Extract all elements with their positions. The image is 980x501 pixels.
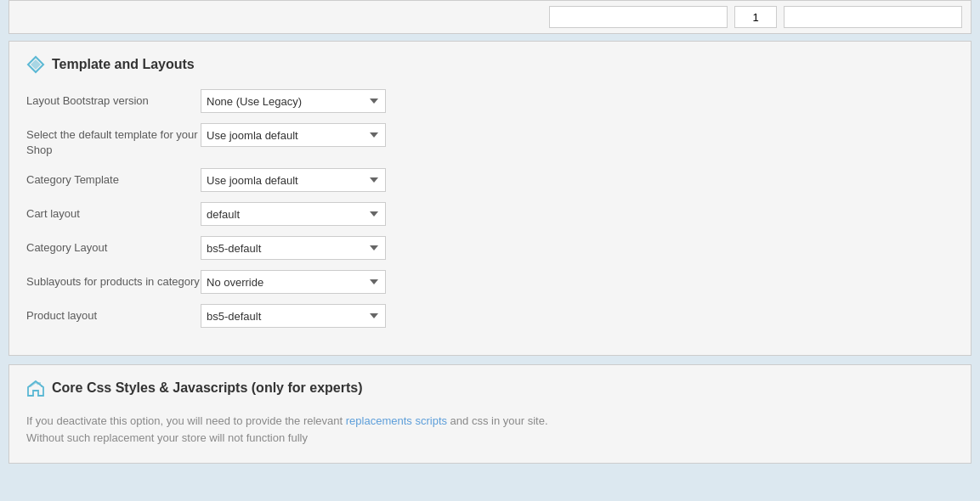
field-sublayouts: Sublayouts for products in category No o… bbox=[26, 270, 954, 294]
template-layouts-section: Template and Layouts Layout Bootstrap ve… bbox=[8, 41, 972, 356]
top-bar-search-input[interactable] bbox=[549, 6, 728, 28]
top-bar-page-input[interactable] bbox=[734, 6, 777, 28]
control-category-layout: bs5-default default bbox=[201, 236, 954, 260]
field-category-template: Category Template Use joomla default Cus… bbox=[26, 168, 954, 192]
label-category-template: Category Template bbox=[26, 168, 201, 188]
select-cart-layout[interactable]: default bs5-default bbox=[201, 202, 386, 226]
template-section-title: Template and Layouts bbox=[52, 57, 195, 72]
field-cart-layout: Cart layout default bs5-default bbox=[26, 202, 954, 226]
label-cart-layout: Cart layout bbox=[26, 202, 201, 222]
page-wrapper: Template and Layouts Layout Bootstrap ve… bbox=[0, 0, 980, 464]
label-product-layout: Product layout bbox=[26, 304, 201, 324]
control-default-template: Use joomla default Custom bbox=[201, 123, 954, 147]
core-css-description: If you deactivate this option, you will … bbox=[26, 413, 954, 446]
field-bootstrap-version: Layout Bootstrap version None (Use Legac… bbox=[26, 89, 954, 113]
svg-marker-2 bbox=[28, 381, 43, 396]
select-sublayouts[interactable]: No override default bs5-default bbox=[201, 270, 386, 294]
desc-link[interactable]: replacements scripts bbox=[346, 414, 447, 427]
top-bar bbox=[8, 0, 972, 34]
select-default-template[interactable]: Use joomla default Custom bbox=[201, 123, 386, 147]
label-sublayouts: Sublayouts for products in category bbox=[26, 270, 201, 290]
label-bootstrap-version: Layout Bootstrap version bbox=[26, 89, 201, 109]
desc-line-2: Without such replacement your store will… bbox=[26, 431, 308, 444]
house-icon bbox=[26, 379, 45, 397]
control-cart-layout: default bs5-default bbox=[201, 202, 954, 226]
select-product-layout[interactable]: bs5-default default bbox=[201, 304, 386, 328]
desc-text-2: and css in your site. bbox=[447, 414, 548, 427]
desc-text-1: If you deactivate this option, you will … bbox=[26, 414, 346, 427]
field-category-layout: Category Layout bs5-default default bbox=[26, 236, 954, 260]
section-header-template: Template and Layouts bbox=[26, 55, 954, 74]
section-header-core-css: Core Css Styles & Javascripts (only for … bbox=[26, 379, 954, 397]
select-bootstrap-version[interactable]: None (Use Legacy) Bootstrap 4 Bootstrap … bbox=[201, 89, 386, 113]
field-product-layout: Product layout bs5-default default bbox=[26, 304, 954, 328]
field-default-template: Select the default template for your Sho… bbox=[26, 123, 954, 158]
label-category-layout: Category Layout bbox=[26, 236, 201, 256]
select-category-template[interactable]: Use joomla default Custom bbox=[201, 168, 386, 192]
diamond-icon bbox=[26, 55, 45, 74]
top-bar-secondary-input[interactable] bbox=[784, 6, 962, 28]
control-bootstrap-version: None (Use Legacy) Bootstrap 4 Bootstrap … bbox=[201, 89, 954, 113]
select-category-layout[interactable]: bs5-default default bbox=[201, 236, 386, 260]
label-default-template: Select the default template for your Sho… bbox=[26, 123, 201, 158]
svg-marker-3 bbox=[28, 381, 43, 387]
control-category-template: Use joomla default Custom bbox=[201, 168, 954, 192]
core-css-section: Core Css Styles & Javascripts (only for … bbox=[8, 364, 972, 464]
control-product-layout: bs5-default default bbox=[201, 304, 954, 328]
control-sublayouts: No override default bs5-default bbox=[201, 270, 954, 294]
core-css-section-title: Core Css Styles & Javascripts (only for … bbox=[52, 380, 362, 396]
